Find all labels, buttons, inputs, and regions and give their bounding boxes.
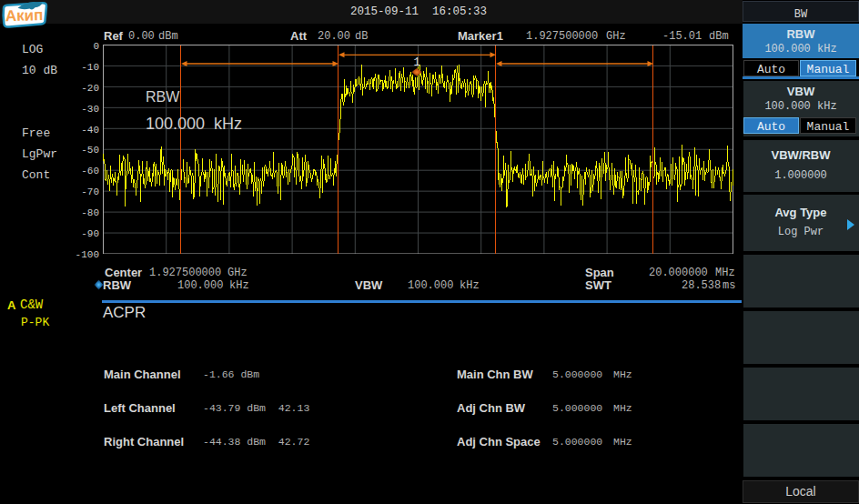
svg-text:Акип: Акип	[5, 6, 44, 25]
